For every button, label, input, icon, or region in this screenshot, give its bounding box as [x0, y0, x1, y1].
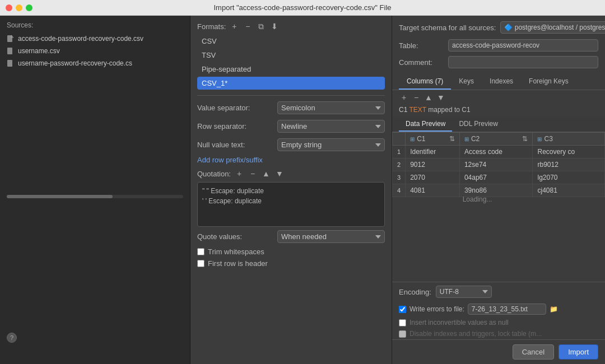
column-mapped: mapped to C1: [428, 106, 470, 114]
col-header-c2[interactable]: ⊞ C2 ⇅: [459, 133, 533, 146]
sidebar-filename-1: username.csv: [18, 47, 60, 55]
comment-label: Comment:: [399, 58, 444, 67]
null-value-label: Null value text:: [197, 141, 273, 149]
tab-foreign-keys[interactable]: Foreign Keys: [521, 74, 576, 90]
first-row-header-row: First row is header: [197, 259, 385, 268]
file-icon-1: [7, 47, 15, 55]
format-item-csv1[interactable]: CSV_1*: [197, 77, 385, 90]
format-item-tsv[interactable]: TSV: [197, 49, 385, 62]
trim-whitespaces-label[interactable]: Trim whitespaces: [208, 248, 264, 256]
tab-keys[interactable]: Keys: [451, 74, 482, 90]
move-down-button[interactable]: ▼: [436, 92, 446, 102]
add-quotation-button[interactable]: +: [234, 169, 244, 179]
sidebar-item-0[interactable]: access-code-password-recovery-code.csv: [0, 32, 190, 45]
row-c1: 4081: [406, 184, 460, 197]
action-bar: Cancel Import: [392, 339, 605, 364]
tab-columns[interactable]: Columns (7): [399, 74, 451, 90]
format-item-pipe[interactable]: Pipe-separated: [197, 63, 385, 76]
quote-values-select[interactable]: When needed Always Never: [277, 230, 385, 243]
disable-checkbox: [399, 330, 406, 338]
download-format-button[interactable]: ⬇: [269, 21, 280, 31]
middle-panel: Formats: + − ⧉ ⬇ CSV TSV Pipe-separated …: [190, 16, 392, 364]
row-separator-select[interactable]: Newline CR CRLF: [277, 120, 385, 133]
remove-column-button[interactable]: −: [411, 92, 421, 102]
minimize-button[interactable]: [16, 4, 22, 11]
comment-row: Comment:: [392, 54, 605, 71]
move-up-button[interactable]: ▲: [424, 92, 434, 102]
close-button[interactable]: [6, 4, 12, 11]
browse-errors-file-button[interactable]: 📁: [550, 305, 558, 313]
up-quotation-button[interactable]: ▲: [261, 169, 271, 179]
quotation-box: " " Escape: duplicate ' ' Escape: duplic…: [197, 182, 385, 227]
quotation-header: Quotation: + − ▲ ▼: [197, 169, 385, 179]
data-preview-table-container[interactable]: Loading... ⊞ C1 ⇅: [392, 132, 605, 282]
sidebar-filename-0: access-code-password-recovery-code.csv: [18, 35, 143, 43]
sidebar-item-2[interactable]: username-password-recovery-code.cs: [0, 57, 190, 69]
tab-indexes[interactable]: Indexes: [482, 74, 521, 90]
sidebar-item-1[interactable]: username.csv: [0, 45, 190, 57]
title-bar: Import "access-code-password-recovery-co…: [0, 0, 605, 16]
loading-text: Loading...: [463, 195, 492, 203]
encoding-select[interactable]: UTF-8 UTF-16 ISO-8859-1: [436, 286, 492, 298]
format-list: CSV TSV Pipe-separated CSV_1*: [190, 35, 392, 90]
quote-values-row: Quote values: When needed Always Never: [190, 230, 392, 243]
checkboxes-section: Trim whitespaces First row is header: [190, 248, 392, 268]
comment-input[interactable]: [448, 56, 598, 68]
down-quotation-button[interactable]: ▼: [274, 169, 285, 179]
row-c3: lg2070: [533, 171, 605, 184]
add-column-button[interactable]: +: [399, 92, 409, 102]
trim-whitespaces-checkbox[interactable]: [197, 248, 204, 255]
horizontal-scrollbar[interactable]: [7, 195, 183, 198]
cancel-button[interactable]: Cancel: [513, 344, 554, 360]
quotation-label: Quotation:: [197, 170, 231, 178]
data-preview-table: ⊞ C1 ⇅ ⊞ C2 ⇅: [392, 132, 605, 197]
import-button[interactable]: Import: [559, 344, 598, 360]
row-c2: 04ap67: [459, 171, 533, 184]
remove-quotation-button[interactable]: −: [248, 169, 258, 179]
disable-row: Disable indexes and triggers, lock table…: [392, 328, 605, 339]
null-value-select[interactable]: Empty string NULL null: [277, 138, 385, 151]
help-button[interactable]: ?: [7, 333, 17, 343]
table-input[interactable]: [448, 39, 598, 52]
add-row-prefix-link[interactable]: Add row prefix/suffix: [197, 155, 263, 165]
target-schema-label: Target schema for all sources:: [399, 24, 496, 32]
write-errors-row: Write errors to file: 📁: [392, 301, 605, 317]
trim-whitespaces-row: Trim whitespaces: [197, 248, 385, 256]
value-separator-select[interactable]: Semicolon Comma Tab Pipe: [277, 101, 385, 114]
table-row: 1 Identifier Access code Recovery co: [393, 146, 605, 158]
value-separator-label: Value separator:: [197, 104, 273, 112]
encoding-row: Encoding: UTF-8 UTF-16 ISO-8859-1: [392, 282, 605, 301]
tab-data-preview[interactable]: Data Preview: [399, 117, 452, 132]
copy-format-button[interactable]: ⧉: [256, 21, 266, 31]
write-errors-label[interactable]: Write errors to file:: [409, 305, 464, 313]
file-icon-2: [7, 59, 15, 67]
maximize-button[interactable]: [26, 4, 32, 11]
null-value-row: Null value text: Empty string NULL null: [197, 138, 385, 151]
c1-sort-icon[interactable]: ⇅: [449, 135, 455, 143]
add-format-button[interactable]: +: [229, 21, 239, 31]
errors-filename-input[interactable]: [468, 304, 546, 315]
sources-header: Sources:: [0, 16, 190, 32]
svg-rect-0: [7, 35, 12, 42]
col-header-c1[interactable]: ⊞ C1 ⇅: [406, 133, 460, 146]
c1-icon: ⊞: [410, 136, 415, 142]
row-separator-label: Row separator:: [197, 122, 273, 130]
row-number: 4: [393, 184, 406, 197]
schema-select[interactable]: 🔷 postgres@localhost / postgres.informat…: [500, 21, 605, 34]
inconvertible-label[interactable]: Insert inconvertible values as null: [409, 319, 509, 326]
column-info: C1 TEXT mapped to C1: [392, 105, 605, 117]
table-tools: + − ▲ ▼: [392, 90, 605, 105]
format-item-csv[interactable]: CSV: [197, 35, 385, 48]
col-header-c3[interactable]: ⊞ C3: [533, 133, 605, 146]
table-row: 4 4081 39no86 cj4081: [393, 184, 605, 197]
quotation-entry-0: " " Escape: duplicate: [202, 187, 380, 195]
row-c3: rb9012: [533, 158, 605, 171]
tab-ddl-preview[interactable]: DDL Preview: [452, 117, 505, 132]
c2-sort-icon[interactable]: ⇅: [522, 135, 528, 143]
write-errors-checkbox[interactable]: [399, 306, 406, 313]
inconvertible-row: Insert inconvertible values as null: [392, 317, 605, 328]
first-row-header-checkbox[interactable]: [197, 260, 204, 267]
remove-format-button[interactable]: −: [243, 21, 253, 31]
first-row-header-label[interactable]: First row is header: [208, 259, 268, 268]
inconvertible-checkbox[interactable]: [399, 319, 406, 326]
